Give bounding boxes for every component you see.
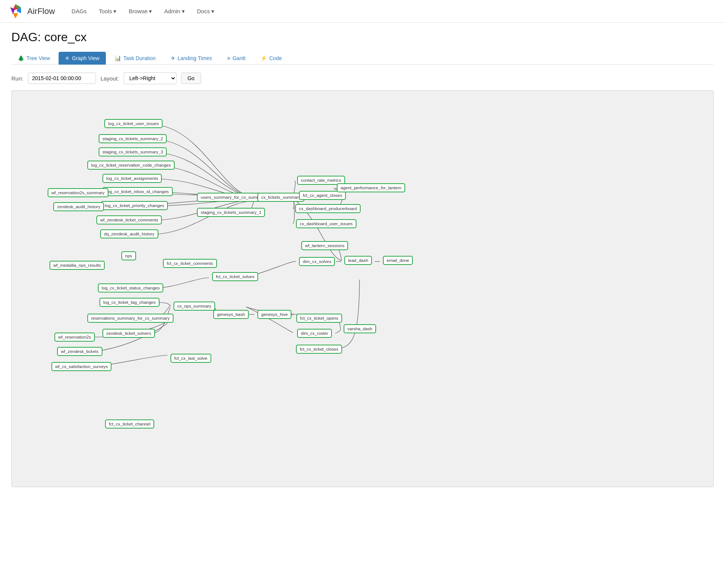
dag-node-fct_cx_last_solve[interactable]: fct_cx_last_solve [170,354,211,363]
dag-node-genesys_bash[interactable]: genesys_bash [213,310,249,319]
tab-task-duration[interactable]: 📊 Task Duration [108,52,162,65]
dag-node-zendesk_audit_history[interactable]: zendesk_audit_history [53,202,104,211]
run-label: Run: [11,75,23,82]
dag-node-log_cx_ticket_assignments[interactable]: log_cx_ticket_assignments [102,174,162,183]
dag-node-zendesk_ticket_solvers[interactable]: zendesk_ticket_solvers [102,329,155,338]
dag-node-fct_cx_ticket_comments[interactable]: fct_cx_ticket_comments [163,259,217,268]
nav-links: DAGs Tools ▾ Browse ▾ Admin ▾ Docs ▾ [66,5,220,18]
dag-node-fct_cx_ticket_solves[interactable]: fct_cx_ticket_solves [212,272,258,281]
chevron-down-icon: ▾ [113,8,116,15]
nav-item-dags[interactable]: DAGs [66,5,92,17]
nav-item-admin[interactable]: Admin ▾ [159,5,190,18]
dag-node-staging_cx_tickets_summary_2[interactable]: staging_cx_tickets_summary_2 [99,134,167,143]
brand-logo-link[interactable]: AirFlow [8,3,55,19]
plane-icon: ✈ [171,55,175,61]
dag-node-staging_cx_tickets_summary_3[interactable]: staging_cx_tickets_summary_3 [99,147,167,156]
code-icon: ⚡ [260,55,267,61]
dag-node-cx_dashboard_user_issues[interactable]: cx_dashboard_user_issues [296,219,356,228]
graph-container[interactable]: log_cx_ticket_user_issuesstaging_cx_tick… [11,90,714,487]
dag-node-email_done[interactable]: email_done [383,256,413,265]
nav-item-tools[interactable]: Tools ▾ [93,5,122,18]
chevron-down-icon: ▾ [182,8,185,15]
dag-node-wf_zendesk_tickets[interactable]: wf_zendesk_tickets [57,347,102,356]
dag-node-fct_cx_ticket_closes[interactable]: fct_cx_ticket_closes [296,345,342,354]
dag-node-agent_performance_for_lantern[interactable]: agent_performance_for_lantern [337,183,405,192]
tab-landing-times[interactable]: ✈ Landing Times [164,52,218,65]
dag-node-fct_cx_ticket_channel[interactable]: fct_cx_ticket_channel [105,419,154,429]
dag-node-varsha_dash[interactable]: varsha_dash [344,324,376,333]
dag-node-wf_reservation2s_summary[interactable]: wf_reservation2s_summary [48,188,108,197]
page-content: DAG: core_cx 🌲 Tree View ✳ Graph View 📊 … [0,23,725,495]
dag-title: DAG: core_cx [11,30,714,44]
dag-node-cx_nps_summary[interactable]: cx_nps_summary [174,302,215,311]
tab-code[interactable]: ⚡ Code [254,52,288,65]
dag-node-dim_cx_roster[interactable]: dim_cx_roster [297,329,332,338]
dag-node-fct_cx_ticket_opens[interactable]: fct_cx_ticket_opens [296,314,342,323]
tree-icon: 🌲 [18,55,24,61]
chevron-down-icon: ▾ [149,8,152,15]
dag-node-cx_tickets_summary[interactable]: cx_tickets_summary [257,193,304,202]
svg-point-5 [14,10,17,13]
dag-node-wf_reservation2s[interactable]: wf_reservation2s [54,333,95,342]
dag-node-cx_dashboard_producerboard[interactable]: cx_dashboard_producerboard [295,204,361,213]
nav-item-docs[interactable]: Docs ▾ [192,5,220,18]
dag-node-lead_dash[interactable]: lead_dash [344,256,372,265]
layout-label: Layout: [101,75,119,82]
run-input[interactable] [28,73,96,84]
dag-node-log_cx_ticket_user_issues[interactable]: log_cx_ticket_user_issues [104,119,163,128]
tab-tree-view[interactable]: 🌲 Tree View [11,52,56,65]
dag-node-log_cx_ticket_tag_changes[interactable]: log_cx_ticket_tag_changes [99,298,160,307]
brand-logo-icon [8,3,23,19]
dag-node-wf_cs_satisfaction_surveys[interactable]: wf_cs_satisfaction_surveys [51,362,112,371]
navbar: AirFlow DAGs Tools ▾ Browse ▾ Admin ▾ Do… [0,0,725,23]
chevron-down-icon: ▾ [211,8,214,15]
svg-marker-3 [13,13,18,19]
dag-node-wf_zendesk_ticket_comments[interactable]: wf_zendesk_ticket_comments [96,215,162,224]
gantt-icon: ≡ [227,55,230,61]
brand-name: AirFlow [27,6,55,16]
layout-select[interactable]: Left->Right Top->Bottom [124,72,177,84]
graph-icon: ✳ [65,55,70,61]
dag-node-dim_cx_solves[interactable]: dim_cx_solves [299,257,335,266]
dag-node-genesys_hive[interactable]: genesys_hive [257,310,291,319]
go-button[interactable]: Go [181,73,201,84]
dag-node-log_cx_ticket_reservation_code_changes[interactable]: log_cx_ticket_reservation_code_changes [87,161,175,170]
bar-chart-icon: 📊 [115,55,121,61]
dag-node-log_cx_ticket_priority_changes[interactable]: log_cx_ticket_priority_changes [101,201,168,210]
controls-bar: Run: Layout: Left->Right Top->Bottom Go [11,72,714,84]
dag-node-nps[interactable]: nps [121,251,136,260]
dag-node-wf_lantern_sessions[interactable]: wf_lantern_sessions [301,241,348,250]
dag-node-log_cx_ticket_status_changes[interactable]: log_cx_ticket_status_changes [98,283,163,292]
dag-node-wf_medallia_nps_results[interactable]: wf_medallia_nps_results [50,261,105,270]
dag-node-reservations_summary_for_cx_summary[interactable]: reservations_summary_for_cx_summary [87,314,174,323]
tabs-bar: 🌲 Tree View ✳ Graph View 📊 Task Duration… [11,52,714,65]
dag-node-log_cx_ticket_inbox_id_changes[interactable]: log_cx_ticket_inbox_id_changes [102,187,173,196]
dag-node-staging_cx_tickets_summary_1[interactable]: staging_cx_tickets_summary_1 [197,208,265,217]
dag-node-dq_zendesk_audit_history[interactable]: dq_zendesk_audit_history [100,229,158,238]
nav-item-browse[interactable]: Browse ▾ [123,5,157,18]
tab-graph-view[interactable]: ✳ Graph View [59,52,106,65]
tab-gantt[interactable]: ≡ Gantt [221,52,252,65]
